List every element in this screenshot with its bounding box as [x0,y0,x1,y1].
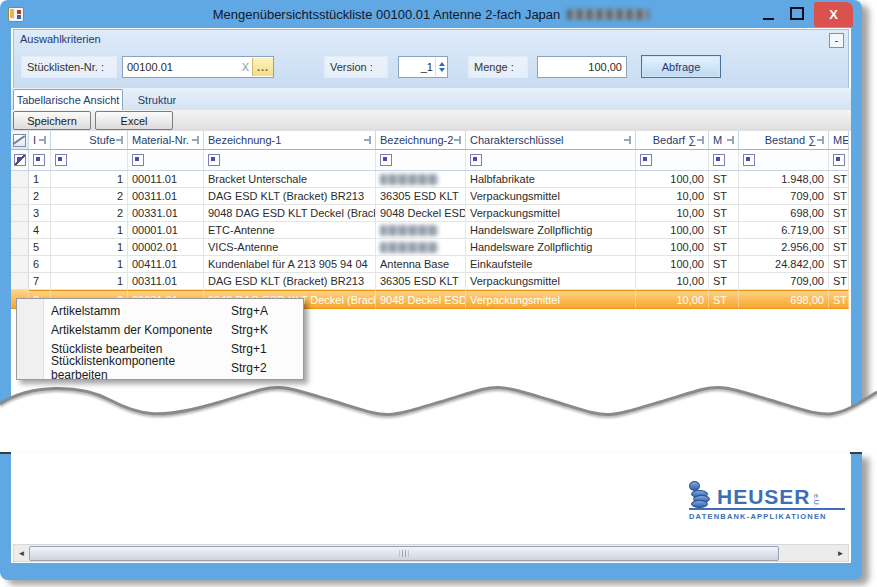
spin-up-icon[interactable] [439,62,445,66]
pin-icon[interactable] [364,136,373,145]
grid-cell[interactable]: Antenna Base [376,256,466,273]
grid-cell[interactable]: 1 [51,171,128,188]
table-row[interactable]: 1100011.01Bracket UnterschaleHalbfabrika… [11,171,849,188]
table-row[interactable]: 5100002.01VICS-AntenneHandelsware Zollpf… [11,239,849,256]
filter-icon[interactable] [208,154,220,166]
grid-corner-cell[interactable] [11,131,29,149]
row-indicator-cell[interactable] [11,171,29,188]
menu-item-st-cklistenkomponente-bearbeiten[interactable]: Stücklistenkomponente bearbeitenStrg+2 [17,358,303,377]
grid-cell[interactable]: 709,00 [739,188,829,205]
table-row[interactable]: 3200331.019048 DAG ESD KLT Deckel (Brack… [11,205,849,222]
menge-input[interactable]: 100,00 [537,56,627,78]
clear-icon[interactable]: X [239,61,252,73]
grid-cell[interactable]: Handelsware Zollpflichtig [466,222,636,239]
grid-cell[interactable]: ST [829,205,849,222]
filter-cell[interactable] [128,150,204,170]
grid-cell[interactable]: 00331.01 [128,205,204,222]
horizontal-scrollbar[interactable]: ◄ ► [13,544,849,562]
grid-cell[interactable]: 00011.01 [128,171,204,188]
scroll-right-icon[interactable]: ► [833,545,848,561]
grid-cell[interactable]: 9048 DAG ESD KLT Deckel (Bracket) B [204,205,376,222]
grid-cell[interactable]: 1 [51,256,128,273]
column-header-me[interactable]: ME [829,131,849,149]
table-row[interactable]: 2200311.01DAG ESD KLT (Bracket) BR213363… [11,188,849,205]
column-header-bestand-[interactable]: Bestand ∑ [739,131,829,149]
version-stepper[interactable]: _1 [398,56,448,78]
grid-cell[interactable]: ST [829,222,849,239]
grid-cell[interactable]: Verpackungsmittel [466,273,636,290]
grid-cell[interactable]: 00411.01 [128,256,204,273]
grid-cell[interactable]: 1 [51,222,128,239]
grid-cell[interactable]: 698,00 [739,205,829,222]
grid-cell[interactable]: ST [829,239,849,256]
grid-cell[interactable]: Handelsware Zollpflichtig [466,239,636,256]
pin-icon[interactable] [454,136,463,145]
pin-icon[interactable] [624,136,633,145]
grid-cell[interactable]: ST [709,290,739,309]
column-header-bezeichnung-2[interactable]: Bezeichnung-2 [376,131,466,149]
clear-filter-icon[interactable] [14,154,26,166]
grid-cell[interactable]: 7 [29,273,51,290]
grid-cell[interactable]: ETC-Antenne [204,222,376,239]
grid-cell[interactable]: Einkaufsteile [466,256,636,273]
grid-cell[interactable]: 100,00 [636,222,709,239]
menu-item-artikelstamm[interactable]: ArtikelstammStrg+A [17,301,303,320]
grid-cell[interactable]: 1 [51,239,128,256]
grid-cell[interactable]: 9048 Deckel ESD [376,290,466,309]
grid-cell[interactable]: 00311.01 [128,188,204,205]
menu-item-artikelstamm-der-komponente[interactable]: Artikelstamm der KomponenteStrg+K [17,320,303,339]
filter-cell[interactable] [739,150,829,170]
excel-button[interactable]: Excel [95,111,173,130]
grid-cell[interactable]: 100,00 [636,256,709,273]
filter-cell[interactable] [709,150,739,170]
grid-cell[interactable]: 5 [29,239,51,256]
grid-cell[interactable]: 698,00 [739,290,829,309]
filter-cell[interactable] [51,150,128,170]
scrollbar-thumb[interactable] [29,546,779,561]
row-indicator-cell[interactable] [11,222,29,239]
tab-tabellarische-ansicht[interactable]: Tabellarische Ansicht [13,89,123,110]
pin-icon[interactable] [817,136,826,145]
grid-cell[interactable]: 100,00 [636,171,709,188]
grid-cell[interactable]: ST [709,256,739,273]
grid-cell[interactable]: 24.842,00 [739,256,829,273]
save-button[interactable]: Speichern [13,111,91,130]
maximize-button[interactable] [790,7,804,20]
pin-icon[interactable] [697,136,706,145]
grid-cell[interactable]: ST [709,171,739,188]
column-header-bezeichnung-1[interactable]: Bezeichnung-1 [204,131,376,149]
filter-cell[interactable] [204,150,376,170]
scroll-left-icon[interactable]: ◄ [14,545,29,561]
pin-icon[interactable] [727,136,736,145]
filter-cell[interactable] [29,150,51,170]
grid-cell[interactable]: 6.719,00 [739,222,829,239]
filter-cell[interactable] [466,150,636,170]
filter-icon[interactable] [470,154,482,166]
row-indicator-cell[interactable] [11,205,29,222]
filter-icon[interactable] [713,154,725,166]
grid-cell[interactable]: ST [829,171,849,188]
column-header-charakterschl-ssel[interactable]: Charakterschlüssel [466,131,636,149]
grid-cell[interactable]: 4 [29,222,51,239]
filter-icon[interactable] [55,154,67,166]
pin-icon[interactable] [192,136,201,145]
grid-cell[interactable]: 10,00 [636,290,709,309]
table-row[interactable]: 6100411.01Kundenlabel für A 213 905 94 0… [11,256,849,273]
filter-icon[interactable] [743,154,755,166]
grid-cell[interactable]: 100,00 [636,239,709,256]
filter-cell[interactable] [829,150,849,170]
pin-icon[interactable] [116,136,125,145]
filter-icon[interactable] [833,154,845,166]
grid-cell[interactable]: 00002.01 [128,239,204,256]
collapse-button[interactable]: - [829,33,844,48]
stueckliste-input[interactable]: 00100.01 X ... [122,56,274,78]
abfrage-button[interactable]: Abfrage [641,55,721,78]
row-indicator-cell[interactable] [11,188,29,205]
close-button[interactable]: X [814,2,853,27]
grid-cell[interactable]: ST [829,188,849,205]
column-header-bedarf-[interactable]: Bedarf ∑ [636,131,709,149]
grid-cell[interactable] [376,171,466,188]
filter-icon[interactable] [33,154,45,166]
grid-cell[interactable]: 00311.01 [128,273,204,290]
grid-cell[interactable]: 2 [29,188,51,205]
